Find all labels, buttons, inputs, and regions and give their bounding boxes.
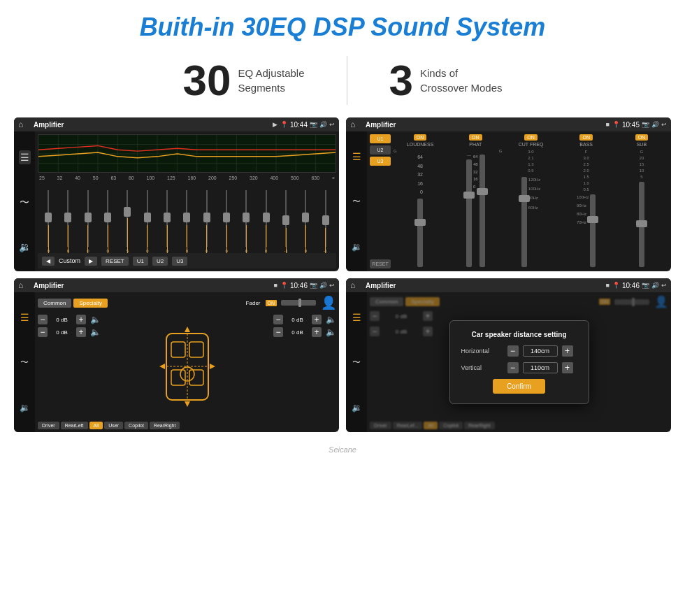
vol-row-tr: − 0 dB + 🔈 (273, 315, 336, 324)
next-button[interactable]: ▶ (85, 257, 97, 266)
fader-on-3[interactable]: ON (266, 300, 277, 306)
bass-label: BASS (579, 142, 593, 147)
camera-icon-2: 📷 (642, 121, 649, 128)
horizontal-plus[interactable]: + (562, 345, 573, 357)
play-icon-1[interactable]: ▶ (273, 121, 277, 128)
reset-button-2[interactable]: RESET (370, 259, 391, 268)
back-icon-4[interactable]: ↩ (661, 282, 667, 289)
eq-wave-icon[interactable]: 〜 (20, 196, 29, 209)
minus-btn-tr[interactable]: − (273, 315, 283, 324)
rearleft-btn[interactable]: RearLeft (61, 422, 88, 429)
eq-slider-4: 5 (118, 190, 136, 253)
tab-specialty-3[interactable]: Specialty (73, 299, 107, 308)
plus-btn-tl[interactable]: + (76, 315, 86, 324)
prev-button[interactable]: ◀ (42, 257, 55, 266)
fader-slider-3[interactable] (281, 300, 316, 306)
bass-on[interactable]: ON (579, 134, 593, 141)
cutfreq-on[interactable]: ON (524, 134, 538, 141)
u1-preset[interactable]: U1 (370, 134, 391, 143)
minus-btn-br[interactable]: − (273, 327, 283, 337)
back-icon-3[interactable]: ↩ (329, 282, 335, 289)
spk-content: ☰ 〜 🔉 Common Specialty Fader ON 👤 (14, 292, 339, 432)
eq-slider-3: 0 (99, 190, 117, 253)
vertical-minus[interactable]: − (507, 362, 519, 373)
spk-wave-icon[interactable]: 〜 (20, 357, 29, 368)
status-icons-3: 📍 10:46 📷 🔊 ↩ (280, 282, 335, 289)
speaker-icon-bl: 🔈 (90, 327, 101, 337)
plus-btn-br[interactable]: + (312, 327, 322, 337)
eq-menu-icon[interactable]: ☰ (19, 150, 31, 164)
minus-btn-tl[interactable]: − (38, 315, 48, 324)
back-icon-1[interactable]: ↩ (329, 121, 335, 128)
sub-on[interactable]: ON (635, 134, 649, 141)
camera-icon-3: 📷 (310, 282, 317, 289)
expand-icon[interactable]: » (332, 176, 335, 180)
rec-icon-4: ■ (606, 282, 610, 289)
loudness-slider: G 644832160 (394, 149, 447, 268)
fx-phat: ON PHAT G — 644832160 (449, 134, 502, 268)
u3-preset[interactable]: U3 (370, 157, 391, 166)
all-btn[interactable]: All (89, 422, 103, 429)
copilot-btn[interactable]: Copilot (124, 422, 148, 429)
fx-sub: ON SUB G2015105 (615, 134, 668, 268)
fx-wave-icon[interactable]: 〜 (352, 196, 361, 208)
time-2: 10:45 (622, 121, 640, 129)
speaker-icon-tr: 🔈 (326, 315, 336, 324)
spk-diagram (105, 315, 269, 422)
dist-wave-icon[interactable]: 〜 (352, 357, 361, 368)
profile-icon-3[interactable]: 👤 (321, 295, 336, 310)
status-icons-1: 📍 10:44 📷 🔊 ↩ (280, 121, 335, 129)
eq-slider-2: 0 (79, 190, 97, 253)
home-icon-1[interactable]: ⌂ (18, 120, 28, 129)
page-title: Buith-in 30EQ DSP Sound System (0, 0, 685, 49)
stat-crossover-number: 3 (389, 59, 413, 102)
confirm-button[interactable]: Confirm (493, 379, 545, 394)
phat-on[interactable]: ON (469, 134, 482, 141)
volume-icon-4: 🔊 (651, 282, 659, 289)
reset-button-1[interactable]: RESET (101, 257, 129, 266)
dist-sidebar: ☰ 〜 🔉 (346, 292, 367, 432)
plus-btn-tr[interactable]: + (312, 315, 322, 324)
minus-btn-bl[interactable]: − (38, 327, 48, 337)
u2-button-1[interactable]: U2 (152, 257, 168, 266)
spk-main: Common Specialty Fader ON 👤 − 0 dB (35, 292, 339, 432)
fx-menu-icon[interactable]: ☰ (352, 151, 361, 162)
back-icon-2[interactable]: ↩ (661, 121, 667, 128)
spk-main-content: − 0 dB + 🔈 − 0 dB + 🔈 (38, 315, 336, 422)
home-icon-2[interactable]: ⌂ (350, 120, 360, 129)
status-icons-4: 📍 10:46 📷 🔊 ↩ (612, 282, 667, 289)
vertical-plus[interactable]: + (562, 362, 573, 373)
horizontal-minus[interactable]: − (507, 345, 519, 357)
spk-menu-icon[interactable]: ☰ (20, 312, 29, 323)
vertical-row: Vertical − 110cm + (461, 362, 577, 373)
user-btn[interactable]: User (104, 422, 123, 429)
speaker-icon-tl: 🔈 (90, 315, 101, 324)
home-icon-4[interactable]: ⌂ (350, 280, 360, 290)
driver-btn[interactable]: Driver (38, 422, 59, 429)
home-icon-3[interactable]: ⌂ (18, 280, 28, 290)
u1-button-1[interactable]: U1 (133, 257, 148, 266)
screenshots-grid: ⌂ Amplifier ▶ 📍 10:44 📷 🔊 ↩ ☰ 〜 🔉 (0, 117, 685, 443)
spk-bottom-btns: Driver RearLeft All User Copilot RearRig… (38, 422, 336, 429)
eq-vol-icon[interactable]: 🔉 (19, 241, 31, 252)
u2-preset[interactable]: U2 (370, 145, 391, 155)
screen-fx: ⌂ Amplifier ■ 📍 10:45 📷 🔊 ↩ ☰ 〜 🔉 U1 (346, 117, 671, 271)
tab-common-3[interactable]: Common (38, 299, 71, 308)
spk-vol-icon[interactable]: 🔉 (20, 403, 30, 413)
vol-tr: 0 dB (285, 317, 310, 323)
camera-icon-4: 📷 (642, 282, 649, 289)
dist-menu-icon[interactable]: ☰ (352, 312, 361, 323)
eq-bottom-bar: ◀ Custom ▶ RESET U1 U2 U3 (38, 253, 336, 268)
u3-button-1[interactable]: U3 (172, 257, 187, 266)
stat-crossover-label: Kinds ofCrossover Modes (420, 66, 503, 95)
location-icon-1: 📍 (280, 121, 288, 128)
eq-slider-7: 0 (178, 190, 196, 253)
loudness-on[interactable]: ON (414, 134, 427, 141)
svg-rect-20 (171, 370, 185, 385)
plus-btn-bl[interactable]: + (76, 327, 86, 337)
statusbar-3: ⌂ Amplifier ■ 📍 10:46 📷 🔊 ↩ (14, 278, 339, 292)
rearright-btn[interactable]: RearRight (150, 422, 180, 429)
vol-bl: 0 dB (50, 329, 74, 336)
dist-vol-icon[interactable]: 🔉 (352, 403, 362, 413)
fx-vol-icon[interactable]: 🔉 (352, 242, 362, 252)
